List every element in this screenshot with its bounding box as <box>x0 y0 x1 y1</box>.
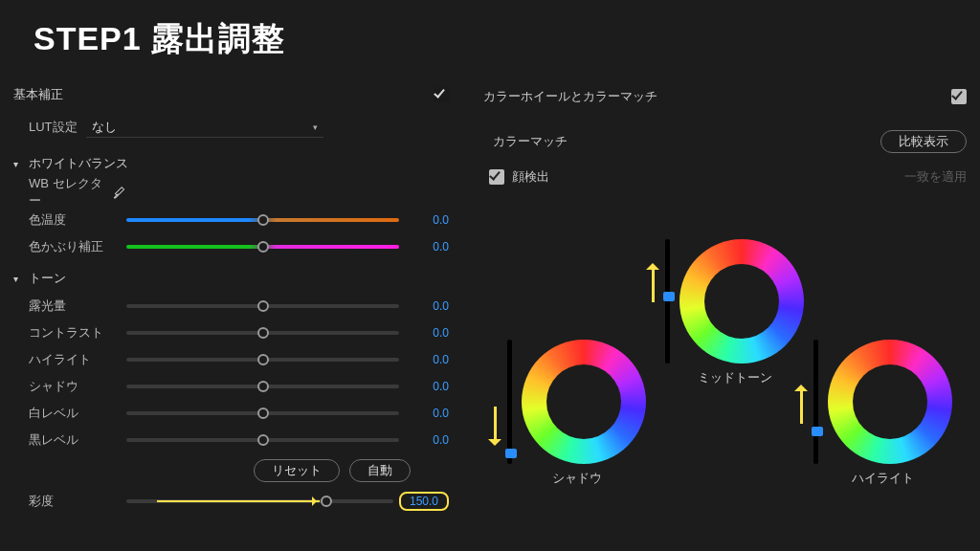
annotation-arrow-up-icon <box>646 256 659 302</box>
shadows-color-wheel[interactable] <box>522 340 646 464</box>
annotation-arrow-up-icon <box>794 378 808 424</box>
slider-thumb[interactable] <box>257 408 269 419</box>
tone-title: トーン <box>29 270 66 287</box>
slider-thumb[interactable] <box>257 354 269 365</box>
slider-thumb[interactable] <box>257 434 269 446</box>
midtones-wheel-block: ミッドトーン <box>665 239 804 386</box>
tint-value[interactable]: 0.0 <box>405 240 449 253</box>
basic-correction-header: 基本補正 <box>13 84 449 105</box>
temperature-label: 色温度 <box>29 211 126 229</box>
annotation-arrow-icon <box>157 500 320 502</box>
slider-thumb[interactable] <box>663 292 675 301</box>
tint-slider-row: 色かぶり補正 0.0 <box>13 233 449 260</box>
exposure-slider[interactable] <box>126 304 399 308</box>
basic-correction-panel: 基本補正 LUT設定 なし ▾ ▾ ホワイトバランス WB セレクター 色温度 … <box>13 84 449 515</box>
annotation-arrow-down-icon <box>488 407 501 452</box>
wb-title: ホワイトバランス <box>29 155 128 172</box>
slider-thumb[interactable] <box>505 449 517 458</box>
temperature-slider[interactable] <box>126 218 399 222</box>
tone-item-label: 白レベル <box>29 405 126 422</box>
tone-item-label: 露光量 <box>29 298 126 315</box>
tone-buttons: リセット 自動 <box>13 459 411 482</box>
wb-selector-row: WB セレクター <box>13 178 449 207</box>
blacks-slider[interactable] <box>126 438 399 442</box>
highlights-wheel-block: ハイライト <box>813 340 952 487</box>
color-wheel-panel: カラーホイールとカラーマッチ カラーマッチ 比較表示 顔検出 一致を適用 <box>483 86 967 186</box>
shadows-luma-slider[interactable] <box>507 340 512 464</box>
slider-thumb[interactable] <box>257 300 269 312</box>
lut-dropdown[interactable]: なし ▾ <box>86 117 323 138</box>
reset-button[interactable]: リセット <box>254 459 340 482</box>
color-match-row: カラーマッチ 比較表示 <box>483 130 967 153</box>
face-detect-row: 顔検出 一致を適用 <box>483 168 967 186</box>
chevron-down-icon: ▾ <box>13 274 29 284</box>
whites-slider[interactable] <box>126 411 399 415</box>
slider-thumb[interactable] <box>321 496 332 507</box>
wb-section-header[interactable]: ▾ ホワイトバランス <box>13 149 449 178</box>
color-wheels-area: ミッドトーン シャドウ ハイライト <box>459 230 976 545</box>
wb-selector-label: WB セレクター <box>29 175 111 209</box>
exposure-value[interactable]: 0.0 <box>405 299 449 313</box>
slider-thumb[interactable] <box>812 427 823 436</box>
whites-slider-row: 白レベル 0.0 <box>13 400 449 427</box>
apply-match-button[interactable]: 一致を適用 <box>904 168 967 186</box>
tone-item-label: 黒レベル <box>29 431 126 449</box>
contrast-slider[interactable] <box>126 331 399 335</box>
highlights-slider[interactable] <box>126 358 399 362</box>
basic-correction-title: 基本補正 <box>13 86 63 103</box>
blacks-slider-row: 黒レベル 0.0 <box>13 427 449 453</box>
lut-value: なし <box>92 119 117 136</box>
tone-section-header[interactable]: ▾ トーン <box>13 264 449 293</box>
midtones-luma-slider[interactable] <box>665 239 670 364</box>
shadows-value[interactable]: 0.0 <box>405 380 449 393</box>
color-wheel-header: カラーホイールとカラーマッチ <box>483 86 967 107</box>
face-detect-label: 顔検出 <box>512 168 549 186</box>
saturation-slider-row: 彩度 150.0 <box>13 488 449 515</box>
shadows-slider-row: シャドウ 0.0 <box>13 373 449 400</box>
shadows-slider[interactable] <box>126 385 399 388</box>
slider-thumb[interactable] <box>257 327 269 339</box>
shadows-caption: シャドウ <box>552 470 602 487</box>
color-match-label: カラーマッチ <box>493 133 568 150</box>
contrast-slider-row: コントラスト 0.0 <box>13 320 449 346</box>
slider-thumb[interactable] <box>257 381 269 392</box>
blacks-value[interactable]: 0.0 <box>405 433 449 447</box>
auto-button[interactable]: 自動 <box>349 459 411 482</box>
color-wheel-title: カラーホイールとカラーマッチ <box>483 88 657 105</box>
contrast-value[interactable]: 0.0 <box>405 326 449 340</box>
tint-slider[interactable] <box>126 245 399 249</box>
midtones-color-wheel[interactable] <box>679 239 804 364</box>
temperature-value[interactable]: 0.0 <box>405 213 449 227</box>
highlights-slider-row: ハイライト 0.0 <box>13 346 449 373</box>
tint-label: 色かぶり補正 <box>29 238 126 255</box>
saturation-label: 彩度 <box>29 493 126 510</box>
saturation-value[interactable]: 150.0 <box>399 492 449 511</box>
shadows-wheel-block: シャドウ <box>507 340 646 487</box>
step-title: STEP1 露出調整 <box>33 17 285 61</box>
highlights-luma-slider[interactable] <box>813 340 818 464</box>
chevron-down-icon: ▾ <box>313 122 318 132</box>
chevron-down-icon: ▾ <box>13 159 29 169</box>
exposure-slider-row: 露光量 0.0 <box>13 293 449 320</box>
highlights-caption: ハイライト <box>852 470 914 487</box>
face-detect-checkbox[interactable] <box>489 169 504 185</box>
color-wheel-toggle[interactable] <box>951 89 967 104</box>
lut-label: LUT設定 <box>29 119 86 136</box>
tone-item-label: ハイライト <box>29 351 126 368</box>
eyedropper-icon[interactable] <box>111 184 128 201</box>
tone-item-label: コントラスト <box>29 324 126 342</box>
highlights-value[interactable]: 0.0 <box>405 353 449 366</box>
slider-thumb[interactable] <box>257 214 269 226</box>
basic-correction-toggle[interactable] <box>434 87 449 102</box>
whites-value[interactable]: 0.0 <box>405 407 449 420</box>
slider-thumb[interactable] <box>257 241 269 253</box>
midtones-caption: ミッドトーン <box>698 369 772 386</box>
highlights-color-wheel[interactable] <box>828 340 952 464</box>
compare-view-button[interactable]: 比較表示 <box>880 130 967 153</box>
temperature-slider-row: 色温度 0.0 <box>13 207 449 233</box>
tone-item-label: シャドウ <box>29 378 126 395</box>
lut-row: LUT設定 なし ▾ <box>29 113 449 142</box>
